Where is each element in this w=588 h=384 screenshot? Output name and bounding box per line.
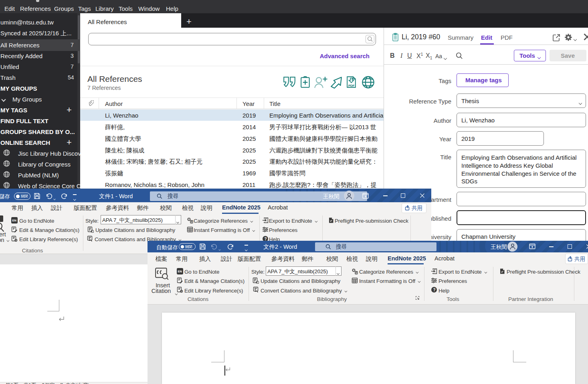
svg-text:PDF: PDF [348,84,355,87]
svg-text:?: ? [265,237,267,241]
svg-text:?: ? [433,288,436,292]
